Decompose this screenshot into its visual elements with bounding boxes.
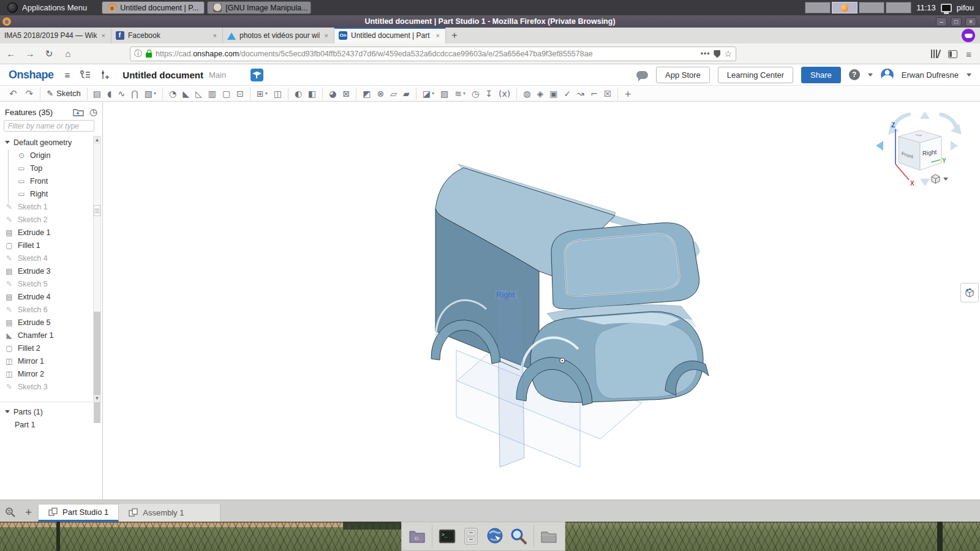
feature-item[interactable]: ▢ Fillet 1 (0, 239, 93, 252)
url-bar[interactable]: ⓘ https://cad.onshape.com/documents/5c5e… (130, 47, 736, 61)
feature-item[interactable]: ▤ Extrude 1 (0, 226, 93, 239)
new-tab-button[interactable]: + (446, 28, 463, 43)
pocket-shield-icon[interactable] (714, 50, 720, 58)
toolbar-tool-button[interactable]: ▥ ▾ (205, 88, 219, 100)
scrollbar-thumb[interactable] (94, 312, 100, 423)
task-button[interactable]: Untitled document | P... (102, 1, 205, 14)
branch-name[interactable]: Main (209, 70, 226, 80)
tab-close-icon[interactable]: × (323, 32, 330, 39)
arrow-up-icon[interactable] (920, 111, 930, 119)
toolbar-tool-button[interactable]: ◫ ▾ (271, 88, 285, 100)
toolbar-tool-button[interactable]: ◈ ▾ (533, 88, 546, 100)
chevron-down-icon[interactable]: ▾ (265, 91, 268, 96)
toolbar-tool-button[interactable]: ⊠ ▾ (340, 88, 353, 100)
page-actions-icon[interactable]: ••• (701, 50, 710, 58)
sidebar-toggle-icon[interactable] (948, 50, 957, 58)
chevron-down-icon[interactable]: ▾ (154, 91, 156, 96)
toolbar-tool-button[interactable]: ◪ ▾ (416, 88, 437, 100)
toolbar-tool-button[interactable]: ▧ ▾ (141, 88, 159, 100)
task-button[interactable]: [GNU Image Manipula... (207, 1, 311, 14)
feature-item[interactable]: ✎ Sketch 3 (0, 380, 93, 393)
parts-group[interactable]: Parts (1) (0, 405, 93, 418)
feature-item[interactable]: ◫ Mirror 2 (0, 367, 93, 380)
page-info-icon[interactable]: ⓘ (134, 48, 142, 59)
browser-tab[interactable]: Untitled document | Part S × (334, 28, 446, 43)
reload-button[interactable]: ↻ (41, 46, 57, 62)
tab-close-icon[interactable]: × (100, 32, 107, 39)
toolbar-tool-button[interactable]: ◣ ▾ (179, 88, 192, 100)
home-button[interactable]: ⌂ (60, 46, 76, 62)
document-tab[interactable]: Assembly 1 (119, 504, 221, 522)
tab-close-icon[interactable]: × (435, 32, 441, 39)
library-icon[interactable] (931, 50, 940, 58)
geometry-item[interactable]: ▭ Top (0, 162, 93, 174)
url-text[interactable]: https://cad.onshape.com/documents/5c5ecd… (156, 50, 697, 58)
user-caret-icon[interactable] (967, 73, 971, 77)
toolbar-tool-button[interactable]: ▱ ▾ (387, 88, 400, 100)
document-title[interactable]: Untitled document (123, 70, 203, 80)
learning-badge-icon[interactable] (251, 69, 263, 81)
toolbar-tool-button[interactable]: ≋ ▾ (451, 88, 469, 100)
add-tab-button[interactable]: + (25, 506, 32, 519)
tab-close-icon[interactable]: × (212, 32, 218, 39)
feature-item[interactable]: ✎ Sketch 4 (0, 252, 93, 264)
view-cube[interactable]: Front Right Top Z X Y (871, 108, 963, 190)
feature-item[interactable]: ◣ Chamfer 1 (0, 329, 93, 342)
toolbar-tool-button[interactable]: ◩ ▾ (356, 88, 374, 100)
avatar[interactable] (881, 69, 894, 81)
folder-icon[interactable] (540, 527, 558, 545)
app-store-button[interactable]: App Store (656, 67, 710, 83)
feature-item[interactable]: ▤ Extrude 5 (0, 316, 93, 329)
application-finder-icon[interactable] (510, 527, 528, 545)
filter-input[interactable] (4, 120, 94, 132)
chevron-down-icon[interactable] (5, 141, 10, 144)
user-name[interactable]: Erwan Dufresne (902, 70, 959, 80)
rotate-ccw-icon[interactable] (893, 114, 909, 130)
toolbar-tool-button[interactable]: ◷ ▾ (469, 88, 482, 100)
arrow-right-icon[interactable] (951, 141, 958, 151)
workspace-4[interactable] (886, 2, 911, 13)
scroll-up-icon[interactable]: ▲ (94, 137, 100, 144)
toolbar-tool-button[interactable]: ▣ ▾ (546, 88, 560, 100)
computer-icon[interactable] (941, 4, 952, 12)
viewport[interactable]: Right Front R (103, 102, 980, 500)
toolbar-tool-button[interactable]: ▤ ▾ (90, 88, 104, 100)
right-panel-flyout-button[interactable] (960, 283, 979, 302)
toolbar-tool-button[interactable]: ∿ ▾ (115, 88, 128, 100)
insert-feature-icon[interactable] (100, 70, 109, 80)
toolbar-tool-button[interactable]: ⋂ ▾ (128, 88, 141, 100)
toolbar-tool-button[interactable]: ◧ ▾ (305, 88, 319, 100)
toolbar-tool-button[interactable]: ☒ ▾ (601, 88, 615, 100)
toolbar-tool-button[interactable]: ⌐ ▾ (587, 88, 601, 100)
toolbar-tool-button[interactable]: ↧ ▾ (482, 88, 496, 100)
feature-item[interactable]: ▢ Fillet 2 (0, 342, 93, 354)
help-caret-icon[interactable] (868, 73, 873, 77)
close-button[interactable]: × (965, 17, 976, 26)
chevron-down-icon[interactable]: ▾ (432, 91, 434, 96)
feature-item[interactable]: ◫ Mirror 1 (0, 354, 93, 367)
home-folder-icon[interactable]: D: (408, 527, 426, 545)
toolbar-tool-button[interactable]: ◖ ▾ (104, 88, 115, 100)
right-plane[interactable]: Right (495, 288, 524, 467)
default-geometry-group[interactable]: Default geometry (0, 136, 93, 149)
rotate-cw-icon[interactable] (941, 114, 957, 130)
workspace-2[interactable] (832, 2, 858, 13)
forward-button[interactable]: → (22, 46, 38, 62)
view-options-button[interactable] (930, 174, 948, 184)
workspace-1[interactable] (805, 2, 831, 13)
minimize-button[interactable]: – (936, 17, 947, 26)
versions-icon[interactable] (80, 70, 91, 80)
undo-button[interactable]: ↶ (5, 88, 21, 99)
new-folder-icon[interactable] (73, 108, 84, 116)
learning-center-button[interactable]: Learning Center (718, 67, 793, 83)
browser-tab[interactable]: IMA5 2018/2019 P44 — Wiki d × (0, 28, 111, 43)
toolbar-tool-button[interactable]: + ▾ (617, 88, 635, 100)
menu-icon[interactable]: ≡ (966, 49, 971, 59)
arrow-left-icon[interactable] (876, 141, 883, 151)
redo-button[interactable]: ↷ (21, 88, 38, 99)
toolbar-tool-button[interactable]: (x) ▾ (496, 88, 513, 100)
feature-item[interactable]: ✎ Sketch 1 (0, 200, 93, 213)
sketch-button[interactable]: ✎ Sketch (40, 88, 88, 100)
document-menu-icon[interactable]: ≡ (65, 70, 70, 80)
toolbar-tool-button[interactable]: ▨ ▾ (437, 88, 451, 100)
